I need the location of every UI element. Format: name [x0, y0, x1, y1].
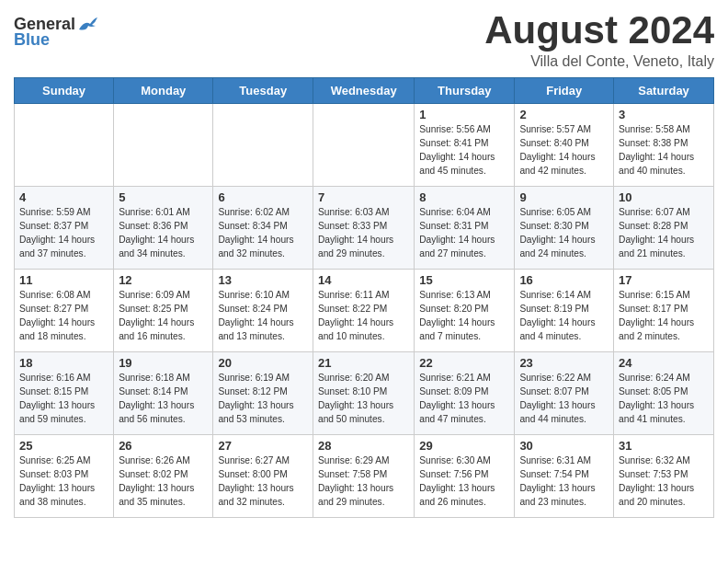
logo: General Blue	[14, 15, 97, 50]
calendar-cell: 28Sunrise: 6:29 AMSunset: 7:58 PMDayligh…	[313, 435, 415, 518]
calendar-cell: 11Sunrise: 6:08 AMSunset: 8:27 PMDayligh…	[15, 270, 114, 352]
day-info: Sunrise: 6:10 AMSunset: 8:24 PMDaylight:…	[218, 289, 308, 343]
calendar-table: SundayMondayTuesdayWednesdayThursdayFrid…	[14, 77, 714, 518]
day-info: Sunrise: 6:22 AMSunset: 8:07 PMDaylight:…	[519, 372, 609, 426]
day-info: Sunrise: 6:13 AMSunset: 8:20 PMDaylight:…	[419, 289, 509, 343]
day-info: Sunrise: 6:21 AMSunset: 8:09 PMDaylight:…	[419, 372, 509, 426]
day-number: 14	[318, 273, 409, 287]
day-number: 12	[119, 273, 208, 287]
calendar-cell: 15Sunrise: 6:13 AMSunset: 8:20 PMDayligh…	[415, 270, 515, 352]
day-number: 21	[318, 356, 409, 370]
day-number: 3	[619, 108, 709, 121]
calendar-week-row: 4Sunrise: 5:59 AMSunset: 8:37 PMDaylight…	[15, 187, 714, 270]
location-subtitle: Villa del Conte, Veneto, Italy	[484, 53, 714, 70]
day-info: Sunrise: 6:19 AMSunset: 8:12 PMDaylight:…	[218, 372, 308, 426]
calendar-week-row: 18Sunrise: 6:16 AMSunset: 8:15 PMDayligh…	[15, 352, 714, 435]
day-number: 27	[218, 439, 308, 453]
day-number: 11	[19, 273, 108, 287]
day-info: Sunrise: 6:03 AMSunset: 8:33 PMDaylight:…	[318, 206, 409, 260]
day-info: Sunrise: 6:07 AMSunset: 8:28 PMDaylight:…	[619, 206, 709, 260]
day-number: 15	[419, 273, 509, 287]
calendar-cell: 9Sunrise: 6:05 AMSunset: 8:30 PMDaylight…	[515, 187, 614, 270]
calendar-header-row: SundayMondayTuesdayWednesdayThursdayFrid…	[15, 78, 714, 104]
day-number: 17	[619, 273, 709, 287]
page-header: General Blue August 2024 Villa del Conte…	[14, 9, 714, 70]
calendar-header-thursday: Thursday	[415, 78, 515, 104]
day-info: Sunrise: 6:01 AMSunset: 8:36 PMDaylight:…	[119, 206, 208, 260]
calendar-cell: 23Sunrise: 6:22 AMSunset: 8:07 PMDayligh…	[515, 352, 614, 435]
logo-blue-text: Blue	[14, 30, 50, 50]
calendar-cell: 16Sunrise: 6:14 AMSunset: 8:19 PMDayligh…	[515, 270, 614, 352]
day-info: Sunrise: 6:14 AMSunset: 8:19 PMDaylight:…	[519, 289, 609, 343]
calendar-header-sunday: Sunday	[15, 78, 114, 104]
day-number: 28	[318, 439, 409, 453]
day-number: 16	[519, 273, 609, 287]
calendar-cell: 27Sunrise: 6:27 AMSunset: 8:00 PMDayligh…	[213, 435, 313, 518]
calendar-cell: 29Sunrise: 6:30 AMSunset: 7:56 PMDayligh…	[415, 435, 515, 518]
calendar-cell	[213, 104, 313, 187]
day-number: 19	[119, 356, 208, 370]
day-number: 29	[419, 439, 509, 453]
day-number: 13	[218, 273, 308, 287]
day-info: Sunrise: 6:26 AMSunset: 8:02 PMDaylight:…	[119, 454, 208, 509]
day-number: 6	[218, 190, 308, 204]
day-number: 8	[419, 190, 509, 204]
day-info: Sunrise: 6:16 AMSunset: 8:15 PMDaylight:…	[19, 372, 108, 426]
calendar-cell: 13Sunrise: 6:10 AMSunset: 8:24 PMDayligh…	[213, 270, 313, 352]
calendar-cell: 2Sunrise: 5:57 AMSunset: 8:40 PMDaylight…	[515, 104, 614, 187]
calendar-cell: 19Sunrise: 6:18 AMSunset: 8:14 PMDayligh…	[114, 352, 213, 435]
calendar-cell: 17Sunrise: 6:15 AMSunset: 8:17 PMDayligh…	[614, 270, 714, 352]
day-number: 9	[519, 190, 609, 204]
calendar-cell: 21Sunrise: 6:20 AMSunset: 8:10 PMDayligh…	[313, 352, 415, 435]
calendar-cell: 10Sunrise: 6:07 AMSunset: 8:28 PMDayligh…	[614, 187, 714, 270]
day-number: 31	[619, 439, 709, 453]
calendar-cell	[15, 104, 114, 187]
calendar-cell: 22Sunrise: 6:21 AMSunset: 8:09 PMDayligh…	[415, 352, 515, 435]
day-info: Sunrise: 6:11 AMSunset: 8:22 PMDaylight:…	[318, 289, 409, 343]
day-number: 26	[119, 439, 208, 453]
day-number: 10	[619, 190, 709, 204]
calendar-cell: 8Sunrise: 6:04 AMSunset: 8:31 PMDaylight…	[415, 187, 515, 270]
calendar-cell: 26Sunrise: 6:26 AMSunset: 8:02 PMDayligh…	[114, 435, 213, 518]
day-info: Sunrise: 5:58 AMSunset: 8:38 PMDaylight:…	[619, 123, 709, 178]
day-info: Sunrise: 6:29 AMSunset: 7:58 PMDaylight:…	[318, 454, 409, 509]
calendar-cell: 18Sunrise: 6:16 AMSunset: 8:15 PMDayligh…	[15, 352, 114, 435]
calendar-header-wednesday: Wednesday	[313, 78, 415, 104]
day-number: 30	[519, 439, 609, 453]
day-info: Sunrise: 6:32 AMSunset: 7:53 PMDaylight:…	[619, 454, 709, 509]
day-info: Sunrise: 6:04 AMSunset: 8:31 PMDaylight:…	[419, 206, 509, 260]
day-info: Sunrise: 6:27 AMSunset: 8:00 PMDaylight:…	[218, 454, 308, 509]
day-number: 22	[419, 356, 509, 370]
calendar-cell: 1Sunrise: 5:56 AMSunset: 8:41 PMDaylight…	[415, 104, 515, 187]
calendar-cell: 25Sunrise: 6:25 AMSunset: 8:03 PMDayligh…	[15, 435, 114, 518]
title-section: August 2024 Villa del Conte, Veneto, Ita…	[484, 9, 714, 70]
day-info: Sunrise: 6:09 AMSunset: 8:25 PMDaylight:…	[119, 289, 208, 343]
day-info: Sunrise: 6:20 AMSunset: 8:10 PMDaylight:…	[318, 372, 409, 426]
calendar-cell: 14Sunrise: 6:11 AMSunset: 8:22 PMDayligh…	[313, 270, 415, 352]
calendar-cell: 6Sunrise: 6:02 AMSunset: 8:34 PMDaylight…	[213, 187, 313, 270]
calendar-week-row: 11Sunrise: 6:08 AMSunset: 8:27 PMDayligh…	[15, 270, 714, 352]
calendar-header-tuesday: Tuesday	[213, 78, 313, 104]
day-info: Sunrise: 6:08 AMSunset: 8:27 PMDaylight:…	[19, 289, 108, 343]
day-number: 4	[19, 190, 108, 204]
calendar-header-monday: Monday	[114, 78, 213, 104]
day-info: Sunrise: 5:57 AMSunset: 8:40 PMDaylight:…	[519, 123, 609, 178]
calendar-week-row: 1Sunrise: 5:56 AMSunset: 8:41 PMDaylight…	[15, 104, 714, 187]
day-info: Sunrise: 6:25 AMSunset: 8:03 PMDaylight:…	[19, 454, 108, 509]
calendar-cell: 24Sunrise: 6:24 AMSunset: 8:05 PMDayligh…	[614, 352, 714, 435]
calendar-cell	[313, 104, 415, 187]
day-number: 2	[519, 108, 609, 121]
day-info: Sunrise: 6:24 AMSunset: 8:05 PMDaylight:…	[619, 372, 709, 426]
calendar-cell: 4Sunrise: 5:59 AMSunset: 8:37 PMDaylight…	[15, 187, 114, 270]
day-info: Sunrise: 6:05 AMSunset: 8:30 PMDaylight:…	[519, 206, 609, 260]
day-number: 24	[619, 356, 709, 370]
day-info: Sunrise: 6:18 AMSunset: 8:14 PMDaylight:…	[119, 372, 208, 426]
day-info: Sunrise: 6:15 AMSunset: 8:17 PMDaylight:…	[619, 289, 709, 343]
day-info: Sunrise: 5:59 AMSunset: 8:37 PMDaylight:…	[19, 206, 108, 260]
calendar-cell: 31Sunrise: 6:32 AMSunset: 7:53 PMDayligh…	[614, 435, 714, 518]
calendar-header-saturday: Saturday	[614, 78, 714, 104]
calendar-cell: 3Sunrise: 5:58 AMSunset: 8:38 PMDaylight…	[614, 104, 714, 187]
day-number: 1	[419, 108, 509, 121]
calendar-week-row: 25Sunrise: 6:25 AMSunset: 8:03 PMDayligh…	[15, 435, 714, 518]
month-title: August 2024	[484, 9, 714, 52]
